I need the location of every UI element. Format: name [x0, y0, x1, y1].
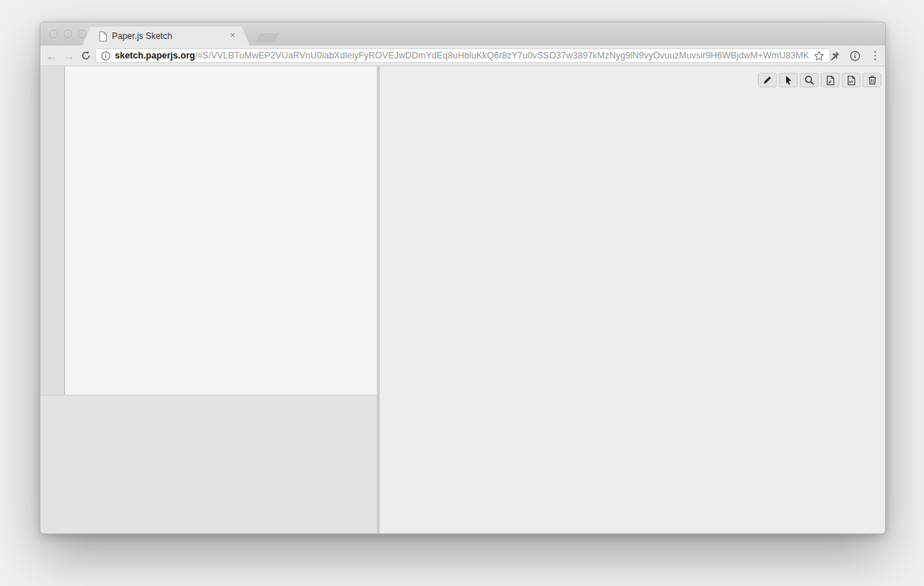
code-editor-pane	[40, 66, 377, 533]
extension-icons: ⋮	[829, 45, 881, 66]
select-tool[interactable]	[779, 73, 798, 87]
clear-button[interactable]	[863, 73, 881, 87]
page-content	[40, 66, 885, 533]
info-extension-icon[interactable]	[850, 51, 860, 61]
code-editor[interactable]	[40, 66, 377, 395]
kebab-menu-icon[interactable]: ⋮	[870, 49, 881, 62]
new-tab-button[interactable]	[256, 33, 279, 43]
svg-document-icon	[846, 75, 856, 86]
info-circle-icon[interactable]	[101, 51, 110, 61]
zoom-tool[interactable]	[800, 73, 819, 87]
console-panel[interactable]	[40, 395, 377, 533]
url-domain: sketch.paperjs.org	[115, 51, 195, 61]
tab-title: Paper.js Sketch	[112, 31, 172, 41]
magnifier-icon	[804, 75, 815, 86]
zoom-window-button[interactable]	[78, 30, 87, 38]
forward-button[interactable]: →	[64, 45, 74, 66]
canvas-toolbar	[758, 73, 881, 87]
pin-extension-icon[interactable]	[829, 51, 840, 61]
browser-window: Paper.js Sketch × ← → sketch.paperjs.org…	[40, 22, 886, 534]
pencil-icon	[762, 75, 772, 85]
back-button[interactable]: ←	[46, 45, 57, 66]
address-bar[interactable]: sketch.paperjs.org/#S/VVLBTuMwEP2VUaRVnU…	[95, 48, 830, 63]
browser-tab[interactable]: Paper.js Sketch ×	[82, 27, 250, 45]
url-path: /#S/VVLBTuMwEP2VUaRVnU0labXdleiyFyROVEJw…	[195, 51, 808, 61]
close-window-button[interactable]	[49, 30, 58, 38]
export-svg-button[interactable]	[842, 73, 860, 87]
minimize-window-button[interactable]	[64, 30, 72, 38]
sketch-canvas-pane	[380, 66, 885, 533]
trash-icon	[868, 75, 877, 85]
reload-icon	[81, 51, 91, 61]
export-pdf-button[interactable]	[821, 73, 840, 87]
url-text: sketch.paperjs.org/#S/VVLBTuMwEP2VUaRVnU…	[115, 51, 808, 61]
tab-close-icon[interactable]: ×	[230, 30, 235, 40]
title-bar: Paper.js Sketch ×	[40, 22, 885, 45]
window-controls	[49, 30, 87, 38]
browser-toolbar: ← → sketch.paperjs.org/#S/VVLBTuMwEP2VUa…	[40, 45, 885, 66]
star-icon[interactable]	[814, 51, 824, 61]
sketch-canvas[interactable]	[380, 66, 885, 533]
cursor-icon	[783, 75, 793, 85]
pdf-document-icon	[825, 75, 835, 86]
reload-button[interactable]	[81, 45, 91, 66]
pencil-tool[interactable]	[758, 73, 777, 87]
page-favicon-icon	[98, 31, 108, 42]
